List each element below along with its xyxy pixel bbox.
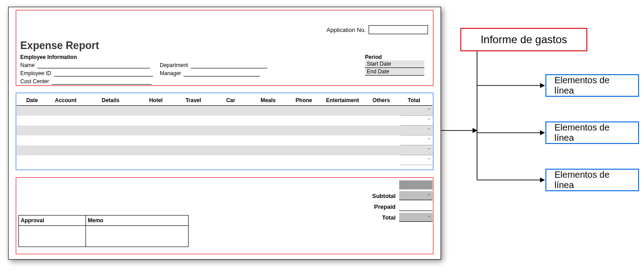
expense-report-card: Application No. Expense Report Employee …: [8, 7, 441, 260]
diagram-child-label: Elementos de línea: [554, 122, 630, 143]
cost-center-label: Cost Center: [20, 78, 49, 85]
application-no-input[interactable]: [369, 25, 428, 34]
col-car: Car: [212, 97, 249, 103]
col-meals: Meals: [249, 97, 287, 103]
period-header: Period: [365, 54, 424, 60]
approval-cell[interactable]: [19, 226, 86, 247]
report-title: Expense Report: [20, 40, 99, 52]
total-label: Total: [382, 214, 399, 221]
diagram-child-box: Elementos de línea: [545, 121, 639, 144]
total-value: -: [399, 213, 432, 222]
memo-header: Memo: [86, 216, 188, 225]
col-account: Account: [47, 97, 84, 103]
department-input[interactable]: [191, 62, 267, 68]
table-row: -: [17, 155, 432, 165]
table-row: -: [17, 135, 432, 145]
diagram-child-label: Elementos de línea: [554, 75, 630, 96]
approval-memo-table: Approval Memo: [18, 215, 189, 247]
employee-info-header: Employee Information: [20, 54, 272, 60]
col-others: Others: [364, 97, 398, 103]
diagram-root-label: Informe de gastos: [481, 33, 567, 46]
prepaid-label: Prepaid: [374, 203, 399, 210]
diagram-root-box: Informe de gastos: [460, 28, 587, 51]
application-no-label: Application No.: [327, 27, 366, 33]
name-input[interactable]: [37, 62, 150, 68]
table-row: -: [17, 106, 432, 116]
col-phone: Phone: [287, 97, 321, 103]
col-entertainment: Entertaiment: [321, 97, 364, 103]
table-row: -: [17, 126, 432, 135]
col-total: Total: [398, 97, 432, 103]
manager-input[interactable]: [184, 70, 260, 76]
subtotal-value: -: [399, 191, 432, 200]
end-date-field[interactable]: End Date: [365, 68, 424, 76]
application-no-field: Application No.: [327, 25, 428, 34]
diagram-child-box: Elementos de línea: [545, 169, 639, 191]
manager-label: Manager: [160, 70, 181, 76]
diagram-child-box: Elementos de línea: [545, 74, 639, 97]
approval-header: Approval: [19, 216, 86, 225]
diagram-child-label: Elementos de línea: [554, 170, 630, 190]
table-header-row: Date Account Details Hotel Travel Car Me…: [17, 95, 432, 106]
name-label: Name: [20, 62, 35, 68]
start-date-field[interactable]: Start Date: [365, 60, 424, 68]
subtotal-label: Subtotal: [372, 193, 399, 199]
expense-lines-table: Date Account Details Hotel Travel Car Me…: [17, 95, 432, 165]
employee-id-label: Employee ID: [20, 70, 51, 76]
period-section: Period Start Date End Date: [365, 54, 424, 76]
col-details: Details: [84, 97, 137, 103]
department-label: Department: [160, 62, 188, 68]
col-hotel: Hotel: [137, 97, 175, 103]
col-date: Date: [17, 97, 47, 103]
col-travel: Travel: [175, 97, 212, 103]
employee-id-input[interactable]: [54, 70, 153, 76]
table-row: -: [17, 116, 432, 126]
employee-info-section: Employee Information Name Department Emp…: [20, 54, 272, 86]
memo-cell[interactable]: [86, 226, 188, 247]
table-row: -: [17, 145, 432, 155]
prepaid-value: [399, 202, 432, 211]
cost-center-input[interactable]: [52, 78, 152, 85]
